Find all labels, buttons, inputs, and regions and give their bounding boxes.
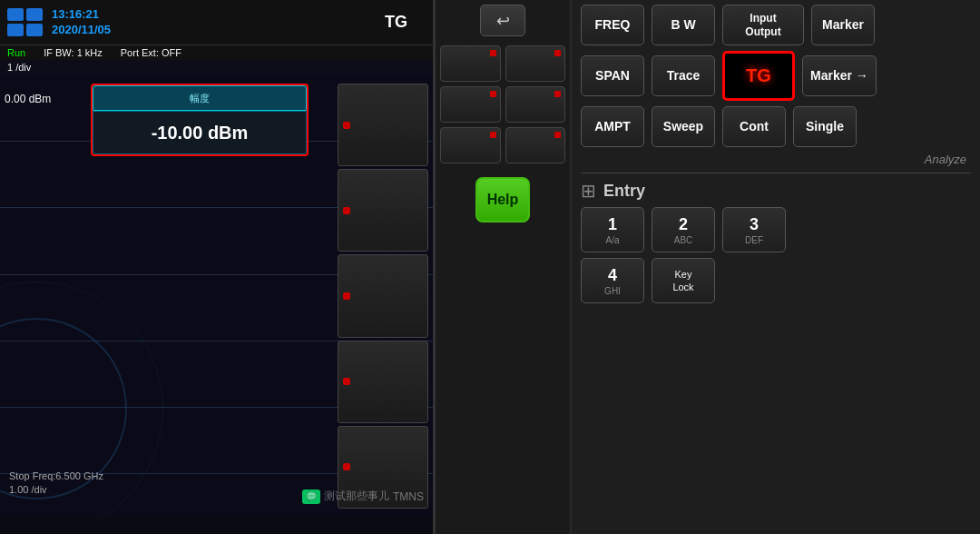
separator-1 (581, 173, 971, 173)
mid-btn-dot-6 (554, 132, 561, 138)
analyzer-label: Analyze (581, 153, 971, 166)
num-4-button[interactable]: 4 GHI (581, 258, 644, 303)
port-ext: Port Ext: OFF (121, 47, 181, 58)
control-row-2: SPAN Trace TG Marker → (581, 51, 971, 101)
mid-row-1 (440, 45, 565, 82)
entry-label-bar: 幅度 (93, 85, 307, 111)
marker-button[interactable]: Marker (811, 5, 875, 45)
entry-value-display: -10.00 dBm (93, 111, 307, 154)
entry-section: ⊞ Entry (581, 180, 971, 202)
screen-scale: 1 /div (0, 60, 433, 74)
mid-btn-dot-1 (490, 50, 496, 56)
mid-btn-dot-3 (490, 91, 496, 97)
mid-btn-3[interactable] (440, 86, 501, 123)
bw-button[interactable]: B W (652, 5, 715, 45)
screen-tg-label: TG (385, 13, 407, 32)
screen-main: 0.00 dBm 幅度 -10.00 dBm Stop Fre (0, 74, 433, 518)
right-panel: FREQ B W Input Output Marker SPAN Trace … (572, 0, 980, 534)
side-btn-1[interactable] (338, 84, 428, 166)
wechat-watermark: 💬 测试那些事儿 TMNS (302, 489, 424, 504)
screen-time: 13:16:21 2020/11/05 (52, 7, 111, 38)
dbm-label: 0.00 dBm (5, 93, 51, 105)
sweep-button[interactable]: Sweep (652, 106, 715, 147)
run-status: Run (7, 47, 25, 58)
numpad-row-1: 1 A/a 2 ABC 3 DEF (581, 207, 971, 252)
numpad-row-2: 4 GHI Key Lock (581, 258, 971, 303)
side-btn-dot-4 (343, 378, 350, 385)
red-box-screen: 幅度 -10.00 dBm (91, 84, 309, 156)
num-3-button[interactable]: 3 DEF (722, 207, 786, 252)
scale-div: 1.00 /div (9, 484, 47, 495)
marker-arrow-button[interactable]: Marker → (802, 55, 877, 96)
trace-button[interactable]: Trace (652, 55, 715, 96)
side-btn-dot-3 (343, 292, 350, 300)
stop-freq: Stop Freq:6.500 GHz (9, 470, 103, 481)
freq-button[interactable]: FREQ (581, 5, 644, 45)
mid-btn-4[interactable] (505, 86, 566, 123)
icon-box-2 (26, 8, 43, 21)
entry-title: Entry (603, 182, 645, 201)
back-button[interactable]: ↩ (480, 5, 525, 36)
if-bw: IF BW: 1 kHz (44, 47, 103, 58)
entry-icon: ⊞ (581, 180, 596, 202)
watermark-text: 测试那些事儿 (324, 489, 389, 504)
side-btn-dot-5 (343, 463, 350, 470)
mid-btn-dot-2 (554, 50, 561, 56)
control-row-1: FREQ B W Input Output Marker (581, 5, 971, 45)
span-button[interactable]: SPAN (581, 55, 644, 96)
mid-btn-6[interactable] (505, 127, 566, 163)
mid-btn-dot-4 (554, 91, 561, 97)
tg-button[interactable]: TG (722, 51, 795, 101)
icon-box-1 (7, 8, 24, 21)
mid-btn-dot-5 (490, 132, 496, 138)
single-button[interactable]: Single (793, 106, 857, 147)
help-button[interactable]: Help (475, 177, 530, 222)
side-btn-dot-1 (343, 122, 350, 129)
mid-btn-1[interactable] (440, 45, 501, 82)
ampt-button[interactable]: AMPT (581, 106, 644, 147)
icon-box-3 (7, 24, 24, 36)
middle-panel: ↩ Help (436, 0, 572, 534)
screen-icons (7, 8, 43, 36)
num-1-button[interactable]: 1 A/a (581, 207, 644, 252)
cont-button[interactable]: Cont (722, 106, 786, 147)
side-btn-3[interactable] (338, 254, 428, 337)
watermark-sub: TMNS (393, 490, 424, 503)
screen-side-buttons (333, 74, 433, 518)
side-btn-4[interactable] (338, 341, 428, 423)
side-btn-dot-2 (343, 207, 350, 214)
num-2-button[interactable]: 2 ABC (652, 207, 715, 252)
key-lock-button[interactable]: Key Lock (652, 258, 715, 303)
mid-row-3 (440, 127, 565, 163)
screen-header: 13:16:21 2020/11/05 TG (0, 0, 433, 45)
control-row-3: AMPT Sweep Cont Single (581, 106, 971, 147)
mid-row-2 (440, 86, 565, 123)
mid-btn-5[interactable] (440, 127, 501, 163)
side-btn-2[interactable] (338, 169, 428, 252)
input-output-button[interactable]: Input Output (722, 5, 804, 45)
wechat-icon: 💬 (302, 490, 320, 504)
screen-info-bar: Run IF BW: 1 kHz Port Ext: OFF (0, 45, 433, 60)
screen-panel: 13:16:21 2020/11/05 TG Run IF BW: 1 kHz … (0, 0, 436, 534)
icon-box-4 (26, 24, 43, 36)
mid-btn-2[interactable] (505, 45, 566, 82)
